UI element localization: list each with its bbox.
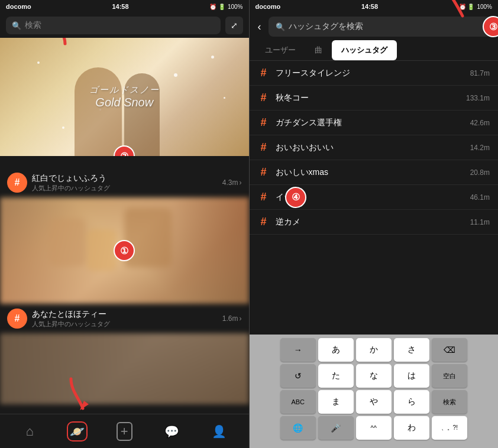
search-placeholder-left: 検索 <box>25 20 41 31</box>
ht-row-4[interactable]: # おいしいxmas 20.8m <box>250 160 499 185</box>
battery-left: ⏰ 🔋 100% <box>209 4 242 10</box>
time-right: 14:58 <box>361 3 378 10</box>
key-ta[interactable]: た <box>318 364 354 388</box>
expand-button[interactable]: ⤢ <box>225 17 243 34</box>
hashtag-info-1: 紅白でじょいふろう 人気上昇中のハッシュタグ <box>32 173 218 193</box>
tab-user[interactable]: ユーザー <box>256 40 305 60</box>
search-icon-left: 🔍 <box>12 21 21 30</box>
nav-add[interactable]: + <box>109 417 139 446</box>
search-bar-left[interactable]: 🔍 検索 <box>6 17 221 34</box>
explore-icon: 🪐 <box>70 425 85 438</box>
hash-icon-4: # <box>258 166 270 178</box>
carrier-right: docomo <box>256 3 281 10</box>
add-icon: + <box>117 422 132 441</box>
key-arrow[interactable]: → <box>280 338 316 362</box>
nav-chat[interactable]: 💬 <box>157 417 186 446</box>
key-globe[interactable]: 🌐 <box>280 416 316 440</box>
ht-count-5: 46.1m <box>470 193 490 202</box>
nav-explore[interactable]: 🪐 <box>62 417 92 446</box>
blurred-section-1: ① <box>0 197 249 304</box>
ht-count-4: 20.8m <box>470 168 490 177</box>
ht-row-5[interactable]: # イラ 46.1m ④ <box>250 185 499 210</box>
key-sa[interactable]: さ <box>394 338 429 362</box>
hashtag-icon-2: # <box>7 309 27 329</box>
kb-row-4: 🌐 🎤 ^^ わ 、。?! <box>251 416 497 440</box>
hashtag-name-1: 紅白でじょいふろう <box>32 173 218 184</box>
nav-active-box: 🪐 <box>67 421 88 441</box>
key-wa[interactable]: わ <box>394 416 429 440</box>
ht-count-3: 14.2m <box>470 144 490 152</box>
hashtag-item-2[interactable]: # あなたとほほティー 人気上昇中のハッシュタグ 1.6m › <box>0 304 249 333</box>
search-icon-right: 🔍 <box>276 22 285 31</box>
tab-song[interactable]: 曲 <box>305 40 332 60</box>
kb-row-3: ABC ま や ら 検索 <box>251 390 497 414</box>
tab-hashtag[interactable]: ハッシュタグ <box>332 40 397 60</box>
carrier-left: docomo <box>6 3 31 10</box>
key-ha[interactable]: は <box>394 364 429 388</box>
back-button[interactable]: ‹ <box>256 18 264 35</box>
ht-row-1[interactable]: # 秋冬コー 133.1m <box>250 86 499 111</box>
ht-name-0: フリースタイレンジ <box>276 68 464 79</box>
kb-row-1: → あ か さ ⌫ <box>251 338 497 362</box>
nav-bar: ⌂ 🪐 + 💬 👤 <box>0 414 249 448</box>
hashtag-sub-2: 人気上昇中のハッシュタグ <box>32 320 218 329</box>
search-placeholder-right: ハッシュタグを検索 <box>289 21 363 32</box>
ht-name-1: 秋冬コー <box>276 93 460 103</box>
hashtag-sub-1: 人気上昇中のハッシュタグ <box>32 184 218 193</box>
nav-home[interactable]: ⌂ <box>15 417 44 446</box>
ht-row-2[interactable]: # ガチダンス選手権 42.6m <box>250 111 499 135</box>
key-punctuation[interactable]: 、。?! <box>432 416 467 440</box>
key-ra[interactable]: ら <box>394 390 429 414</box>
ht-row-6[interactable]: # 逆カメ 11.1m <box>250 210 499 235</box>
ht-name-3: おいおいおいい <box>276 142 464 153</box>
key-undo[interactable]: ↺ <box>280 364 316 388</box>
tabs-row: ユーザー 曲 ハッシュタグ <box>250 40 499 61</box>
badge-4: ④ <box>285 187 306 208</box>
hashtag-list: # フリースタイレンジ 81.7m # 秋冬コー 133.1m # ガチダンス選… <box>250 61 499 335</box>
key-na[interactable]: な <box>356 364 392 388</box>
ht-name-6: 逆カメ <box>276 217 464 228</box>
key-backspace[interactable]: ⌫ <box>432 338 467 362</box>
hashtag-count-1: 4.3m › <box>222 178 242 187</box>
hashtag-item-1[interactable]: # 紅白でじょいふろう 人気上昇中のハッシュタグ 4.3m › <box>0 168 249 197</box>
blurred-image-2 <box>0 333 249 404</box>
hash-icon-6: # <box>258 216 270 228</box>
ht-row-3[interactable]: # おいおいおいい 14.2m <box>250 135 499 160</box>
right-panel: docomo 14:58 ⏰ 🔋 100% ‹ 🔍 ハッシュタグを検索 ③ ユー… <box>250 0 499 448</box>
ht-count-1: 133.1m <box>466 94 490 102</box>
key-a[interactable]: あ <box>318 338 354 362</box>
ht-name-4: おいしいxmas <box>276 167 464 178</box>
arrow-to-nav <box>59 376 95 414</box>
left-panel: docomo 14:58 ⏰ 🔋 100% 🔍 検索 ⤢ ゴールドスノー <box>0 0 249 448</box>
ht-count-6: 11.1m <box>470 218 490 226</box>
hero-text: ゴールドスノー Gold Snow <box>89 85 160 109</box>
key-caret[interactable]: ^^ <box>356 416 392 440</box>
hero-image: ゴールドスノー Gold Snow ② <box>0 38 249 156</box>
hash-icon-1: # <box>258 92 270 104</box>
hashtag-icon-1: # <box>7 173 27 193</box>
status-bar-left: docomo 14:58 ⏰ 🔋 100% <box>0 0 249 13</box>
keyboard: → あ か さ ⌫ ↺ た な は 空白 ABC ま や ら 検索 🌐 🎤 ^^… <box>250 335 499 448</box>
nav-profile[interactable]: 👤 <box>204 417 234 446</box>
right-search-container: ‹ 🔍 ハッシュタグを検索 ③ <box>250 13 499 40</box>
key-ka[interactable]: か <box>356 338 392 362</box>
key-ma[interactable]: ま <box>318 390 354 414</box>
hashtag-info-2: あなたとほほティー 人気上昇中のハッシュタグ <box>32 309 218 329</box>
key-space[interactable]: 空白 <box>432 364 467 388</box>
ht-count-0: 81.7m <box>470 69 490 77</box>
hashtag-name-2: あなたとほほティー <box>32 309 218 320</box>
key-ya[interactable]: や <box>356 390 392 414</box>
badge-1: ① <box>114 240 135 261</box>
search-container-left: 🔍 検索 ⤢ <box>0 13 249 38</box>
ht-row-0[interactable]: # フリースタイレンジ 81.7m <box>250 61 499 86</box>
home-icon: ⌂ <box>25 424 33 439</box>
ht-name-2: ガチダンス選手権 <box>276 118 464 128</box>
hash-icon-5: # <box>258 191 270 203</box>
key-abc[interactable]: ABC <box>280 390 316 414</box>
arrow-to-hashtag-search <box>433 0 474 21</box>
ht-count-2: 42.6m <box>470 119 490 127</box>
key-search[interactable]: 検索 <box>432 390 467 414</box>
hash-icon-2: # <box>258 116 270 129</box>
key-mic[interactable]: 🎤 <box>318 416 354 440</box>
hash-icon-0: # <box>258 67 270 79</box>
